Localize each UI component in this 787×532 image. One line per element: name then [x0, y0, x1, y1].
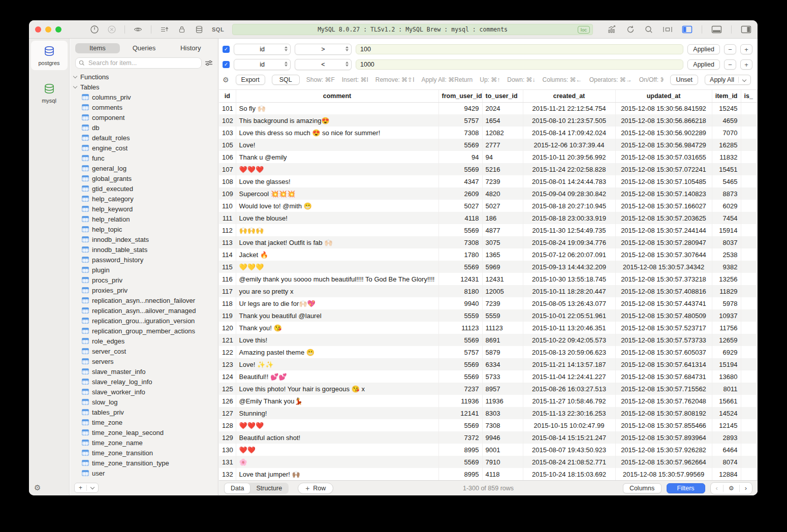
table-row[interactable]: 112🙌🙌🙌556948772015-11-30 12:54:49.735201…	[219, 224, 758, 236]
cell-created_at[interactable]: 2015-08-24 21:08:52.771	[523, 456, 615, 468]
cell-id[interactable]: 114	[219, 248, 236, 261]
cell-id[interactable]: 102	[219, 114, 236, 127]
table-row[interactable]: 131🌸556979102015-08-24 21:08:52.7712015-…	[219, 456, 758, 468]
cell-comment[interactable]: 🌸	[236, 456, 438, 468]
cell-is_[interactable]	[741, 175, 758, 187]
cell-to_user_id[interactable]: 7239	[482, 175, 523, 187]
table-row[interactable]: 103Love this dress so much 😍 so nice for…	[219, 127, 758, 139]
cell-created_at[interactable]: 2015-08-07 19:43:50.923	[523, 444, 615, 456]
cell-to_user_id[interactable]: 8303	[482, 407, 523, 419]
section-tables[interactable]: Tables	[70, 82, 218, 92]
cell-to_user_id[interactable]: 8691	[482, 334, 523, 346]
sidebar-table-item[interactable]: plugin	[70, 265, 218, 275]
cell-updated_at[interactable]: 2015-12-08 15:30:57.443741	[615, 297, 712, 309]
cell-comment[interactable]: Thank you beautiful @laurel	[236, 309, 438, 322]
cell-is_[interactable]	[741, 151, 758, 163]
cell-created_at[interactable]: 2015-10-11 13:20:46.351	[523, 322, 615, 334]
sidebar-table-item[interactable]: default_roles	[70, 133, 218, 143]
sidebar-table-item[interactable]: db	[70, 122, 218, 133]
cell-comment[interactable]: Beautiful action shot!	[236, 431, 438, 444]
search-input[interactable]	[87, 59, 198, 67]
cell-item_id[interactable]: 13256	[712, 273, 741, 285]
table-row[interactable]: 121Love this!556986912015-10-22 09:42:05…	[219, 334, 758, 346]
cell-from_user_id[interactable]: 4347	[438, 175, 482, 187]
sidebar-table-item[interactable]: time_zone_transition	[70, 448, 218, 458]
cell-to_user_id[interactable]: 9001	[482, 444, 523, 456]
cell-updated_at[interactable]: 2015-12-08 15:30:57.408816	[615, 285, 712, 297]
column-header-id[interactable]: id	[219, 90, 236, 102]
cell-to_user_id[interactable]: 8957	[482, 383, 523, 395]
cell-comment[interactable]: Jacket 🔥	[236, 248, 438, 261]
sidebar-table-item[interactable]: global_grants	[70, 173, 218, 183]
cell-to_user_id[interactable]: 12082	[482, 127, 523, 139]
cell-is_[interactable]	[741, 468, 758, 480]
cell-id[interactable]: 113	[219, 236, 236, 248]
cell-item_id[interactable]: 11756	[712, 322, 741, 334]
cell-to_user_id[interactable]: 9946	[482, 431, 523, 444]
cell-comment[interactable]: Love this!	[236, 334, 438, 346]
cell-id[interactable]: 127	[219, 407, 236, 419]
cell-created_at[interactable]: 2015-08-10 21:23:57.505	[523, 114, 615, 127]
cell-to_user_id[interactable]: 11123	[482, 322, 523, 334]
table-row[interactable]: 128❤️❤️❤️556973082015-10-15 10:02:47.992…	[219, 419, 758, 431]
sidebar-table-item[interactable]: columns_priv	[70, 92, 218, 102]
cell-to_user_id[interactable]: 1654	[482, 114, 523, 127]
table-row[interactable]: 123Love! ✨✨556963342015-11-21 14:13:57.1…	[219, 358, 758, 370]
cell-created_at[interactable]: 2015-08-13 20:59:06.623	[523, 346, 615, 358]
cell-updated_at[interactable]: 2015-12-08 15:30:56.902289	[615, 127, 712, 139]
cell-id[interactable]: 125	[219, 383, 236, 395]
cell-to_user_id[interactable]: 5879	[482, 346, 523, 358]
cell-created_at[interactable]: 2015-10-11 20:39:56.992	[523, 151, 615, 163]
column-header-comment[interactable]: comment	[236, 90, 438, 102]
cell-item_id[interactable]: 8037	[712, 236, 741, 248]
cell-created_at[interactable]: 2015-08-18 20:27:10.945	[523, 200, 615, 212]
cell-from_user_id[interactable]: 5757	[438, 346, 482, 358]
sidebar-table-item[interactable]: func	[70, 153, 218, 163]
cell-is_[interactable]	[741, 139, 758, 151]
cell-created_at[interactable]: 2015-10-15 10:02:47.99	[523, 419, 615, 431]
sidebar-table-item[interactable]: component	[70, 112, 218, 122]
cell-is_[interactable]	[741, 285, 758, 297]
table-row[interactable]: 116@emily thank you soooo much beautiful…	[219, 273, 758, 285]
export-button[interactable]: Export	[236, 75, 265, 85]
cell-to_user_id[interactable]: 11936	[482, 395, 523, 407]
cell-updated_at[interactable]: 2015-12-08 15:30:57.307644	[615, 248, 712, 261]
lock-icon[interactable]	[177, 25, 186, 34]
cell-comment[interactable]: @Emily Thank you💃	[236, 395, 438, 407]
cell-from_user_id[interactable]: 9940	[438, 297, 482, 309]
table-row[interactable]: 111Love the blouse!41181862015-08-18 23:…	[219, 212, 758, 224]
cell-updated_at[interactable]: 2015-12-08 15:30:57.34342	[615, 261, 712, 273]
cell-comment[interactable]: Thank u @emily	[236, 151, 438, 163]
sidebar-table-item[interactable]: time_zone_leap_second	[70, 427, 218, 437]
sidebar-table-item[interactable]: comments	[70, 102, 218, 112]
cell-comment[interactable]: Love this photo! Your hair is gorgeous 😘…	[236, 383, 438, 395]
cell-from_user_id[interactable]: 12431	[438, 273, 482, 285]
sidebar-table-item[interactable]: help_topic	[70, 224, 218, 234]
cell-comment[interactable]: Love the glasses!	[236, 175, 438, 187]
table-row[interactable]: 120Thank you! 😘11123111232015-10-11 13:2…	[219, 322, 758, 334]
add-row-button[interactable]: + Row	[298, 483, 333, 494]
cell-updated_at[interactable]: 2015-12-08 15:30:57.715562	[615, 383, 712, 395]
cell-item_id[interactable]: 2893	[712, 431, 741, 444]
cell-updated_at[interactable]: 2015-12-08 15:30:57.244144	[615, 224, 712, 236]
cell-to_user_id[interactable]: 1365	[482, 248, 523, 261]
filter-column-select[interactable]: id	[234, 59, 291, 70]
cell-id[interactable]: 117	[219, 285, 236, 297]
cell-is_[interactable]	[741, 456, 758, 468]
cell-is_[interactable]	[741, 407, 758, 419]
column-header-is_[interactable]: is_	[741, 90, 758, 102]
cell-is_[interactable]	[741, 114, 758, 127]
cell-comment[interactable]: Beautiful!! 💕💕	[236, 370, 438, 383]
cell-id[interactable]: 131	[219, 456, 236, 468]
cell-updated_at[interactable]: 2015-12-08 15:30:57.166027	[615, 200, 712, 212]
cell-is_[interactable]	[741, 273, 758, 285]
table-row[interactable]: 113Love that jacket! Outfit is fab 🙌🏻730…	[219, 236, 758, 248]
cell-is_[interactable]	[741, 395, 758, 407]
tab-items[interactable]: Items	[75, 43, 120, 53]
columns-button[interactable]: Columns	[623, 483, 662, 493]
next-page-icon[interactable]: ›	[740, 484, 752, 492]
sidebar-table-item[interactable]: time_zone	[70, 417, 218, 427]
cell-created_at[interactable]: 2015-11-21 22:12:54.754	[523, 102, 615, 114]
cell-comment[interactable]: ❤️❤️❤️	[236, 419, 438, 431]
cell-to_user_id[interactable]: 12431	[482, 273, 523, 285]
